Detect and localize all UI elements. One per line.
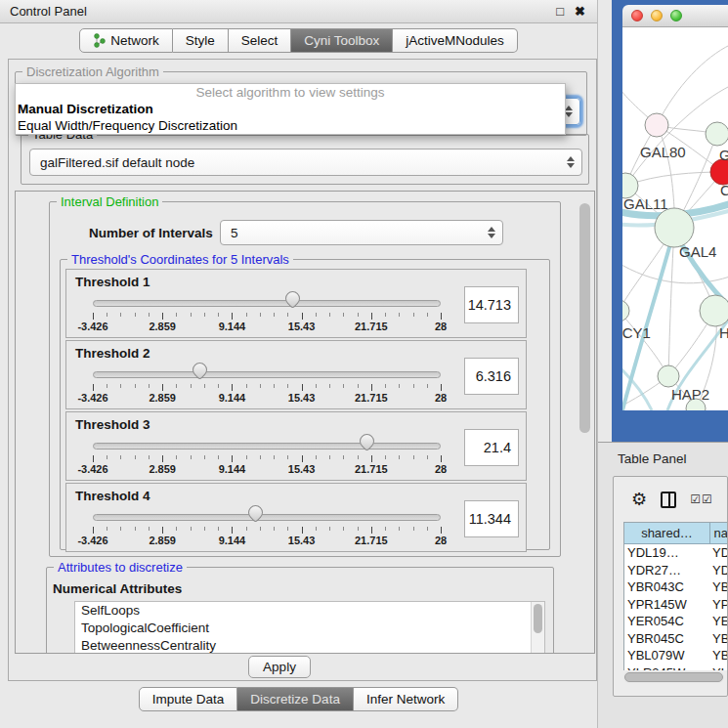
slider-tick bbox=[162, 384, 163, 391]
threshold-value-field[interactable]: 14.713 bbox=[464, 286, 519, 323]
tab-select[interactable]: Select bbox=[229, 28, 292, 53]
slider-tick bbox=[385, 455, 386, 459]
tab-style[interactable]: Style bbox=[173, 28, 229, 53]
slider-tick-label: 9.144 bbox=[208, 321, 255, 332]
cell-name[interactable]: YBR0 bbox=[710, 578, 728, 596]
cell-shared-name[interactable]: YDR27… bbox=[624, 562, 710, 579]
tab-discretize-data[interactable]: Discretize Data bbox=[237, 687, 354, 711]
column-header-name[interactable]: na bbox=[710, 523, 728, 543]
close-window-icon[interactable] bbox=[631, 10, 643, 21]
table-row[interactable]: YBR045CYBR0 bbox=[624, 630, 728, 648]
slider-tick bbox=[274, 384, 275, 388]
apply-button[interactable]: Apply bbox=[248, 656, 311, 678]
slider-tick bbox=[358, 313, 359, 317]
table-row[interactable]: YBL079WYBL0 bbox=[624, 647, 728, 664]
tab-network[interactable]: Network bbox=[79, 28, 173, 53]
tab-label: Style bbox=[186, 33, 215, 48]
threshold-value-field[interactable]: 6.316 bbox=[464, 358, 519, 395]
cell-shared-name[interactable]: YBL079W bbox=[624, 647, 710, 664]
dropdown-item-manual-discretization[interactable]: Manual Discretization bbox=[16, 101, 565, 117]
node-label: HAP2 bbox=[671, 386, 709, 403]
attribute-list-item[interactable]: SelfLoops bbox=[75, 602, 544, 620]
cell-name[interactable]: YPR1 bbox=[710, 596, 728, 614]
slider-tick bbox=[441, 313, 442, 320]
minimize-window-icon[interactable] bbox=[651, 10, 663, 21]
column-header-shared-name[interactable]: shared… bbox=[624, 523, 710, 543]
threshold-value-field[interactable]: 11.344 bbox=[464, 500, 519, 537]
slider-tick bbox=[427, 527, 428, 531]
table-panel-section: Table Panel ⚙ ☑☑ shared… na YDL19…YDL1YD… bbox=[598, 442, 728, 728]
table-row[interactable]: YDL19…YDL1 bbox=[624, 544, 728, 562]
slider-track[interactable] bbox=[93, 514, 441, 521]
cell-name[interactable]: YLR3 bbox=[710, 664, 728, 671]
cell-shared-name[interactable]: YDL19… bbox=[624, 544, 710, 562]
group-title: Discretization Algorithm bbox=[22, 64, 163, 79]
slider-tick bbox=[107, 455, 107, 459]
numerical-attributes-list[interactable]: SelfLoopsTopologicalCoefficientBetweenne… bbox=[74, 601, 545, 654]
slider-tick-label: 28 bbox=[417, 321, 464, 332]
cell-name[interactable]: YDR2 bbox=[710, 562, 728, 579]
slider-track[interactable] bbox=[93, 300, 441, 307]
slider-tick bbox=[343, 384, 344, 388]
slider-track[interactable] bbox=[93, 443, 441, 450]
tab-jactivemnodules[interactable]: jActiveMNodules bbox=[393, 28, 518, 53]
table-row[interactable]: YER054CYER0 bbox=[624, 613, 728, 630]
node-hap2[interactable] bbox=[658, 365, 679, 387]
slider-tick bbox=[120, 384, 121, 388]
slider-tick bbox=[287, 455, 288, 459]
node-gcy1[interactable] bbox=[622, 300, 629, 321]
dropdown-item-equal-width-frequency-discretization[interactable]: Equal Width/Frequency Discretization bbox=[16, 117, 565, 134]
cell-shared-name[interactable]: YPR145W bbox=[624, 596, 710, 614]
node-gal80[interactable] bbox=[645, 113, 668, 137]
tab-cyni-toolbox[interactable]: Cyni Toolbox bbox=[291, 28, 393, 53]
table-row[interactable]: YPR145WYPR1 bbox=[624, 596, 728, 614]
table-row[interactable]: YLR345WYLR3 bbox=[624, 664, 728, 671]
columns-icon[interactable] bbox=[661, 492, 676, 508]
node-right-h[interactable] bbox=[700, 295, 728, 326]
slider-tick bbox=[204, 384, 205, 388]
cell-shared-name[interactable]: YLR345W bbox=[624, 664, 710, 671]
table-hscrollbar-thumb[interactable] bbox=[624, 672, 723, 682]
cell-name[interactable]: YBR0 bbox=[710, 630, 728, 648]
node-gal4[interactable] bbox=[655, 208, 694, 247]
table-row[interactable]: YDR27…YDR2 bbox=[624, 562, 728, 579]
slider-track[interactable] bbox=[93, 371, 441, 378]
scrollpane-scrollbar-thumb[interactable] bbox=[579, 203, 590, 433]
attribute-list-item[interactable]: TopologicalCoefficient bbox=[75, 620, 544, 637]
table-data-combobox[interactable]: galFiltered.sif default node bbox=[29, 149, 582, 176]
cell-name[interactable]: YDL1 bbox=[710, 544, 728, 562]
gear-icon[interactable]: ⚙ bbox=[631, 491, 647, 508]
dropdown-prompt-item[interactable]: Select algorithm to view settings bbox=[16, 84, 565, 101]
cyni-toolbox-panel: Discretization Algorithm Select algorith… bbox=[8, 59, 597, 681]
tab-impute-data[interactable]: Impute Data bbox=[139, 687, 238, 711]
float-window-icon[interactable]: □ bbox=[556, 4, 564, 19]
group-title: Attributes to discretize bbox=[54, 560, 187, 575]
slider-tick bbox=[329, 455, 330, 459]
network-canvas[interactable]: GAL80 GA C GAL11 GAL4 GCY1 H HAP2 bbox=[622, 27, 728, 410]
node-label: GA bbox=[719, 147, 728, 163]
slider-tick bbox=[329, 384, 330, 388]
attribute-list-item[interactable]: BetweennessCentrality bbox=[75, 637, 544, 654]
cell-name[interactable]: YBL0 bbox=[710, 647, 728, 664]
cell-name[interactable]: YER0 bbox=[710, 613, 728, 630]
list-scrollbar[interactable] bbox=[531, 602, 544, 654]
close-panel-icon[interactable]: ✖ bbox=[575, 4, 585, 19]
cell-shared-name[interactable]: YBR045C bbox=[624, 630, 710, 648]
tab-infer-network[interactable]: Infer Network bbox=[354, 687, 458, 711]
slider-tick bbox=[218, 384, 219, 388]
cell-shared-name[interactable]: YER054C bbox=[624, 613, 710, 630]
table-hscrollbar[interactable] bbox=[623, 671, 724, 683]
select-columns-icon[interactable]: ☑☑ bbox=[690, 492, 713, 506]
threshold-value-field[interactable]: 21.4 bbox=[464, 429, 519, 466]
zoom-window-icon[interactable] bbox=[670, 10, 682, 21]
node-top-right[interactable] bbox=[706, 122, 728, 146]
table-row[interactable]: YBR043CYBR0 bbox=[624, 578, 728, 596]
slider-tick bbox=[399, 384, 400, 388]
top-tab-bar: NetworkStyleSelectCyni ToolboxjActiveMNo… bbox=[79, 28, 518, 53]
settings-scrollpane: Interval Definition Number of Intervals … bbox=[15, 191, 595, 654]
slider-tick bbox=[191, 455, 192, 459]
cell-shared-name[interactable]: YBR043C bbox=[624, 578, 710, 596]
number-of-intervals-combobox[interactable]: 5 bbox=[220, 220, 503, 245]
slider-tick-label: 15.43 bbox=[278, 535, 325, 546]
slider-tick bbox=[316, 527, 317, 531]
